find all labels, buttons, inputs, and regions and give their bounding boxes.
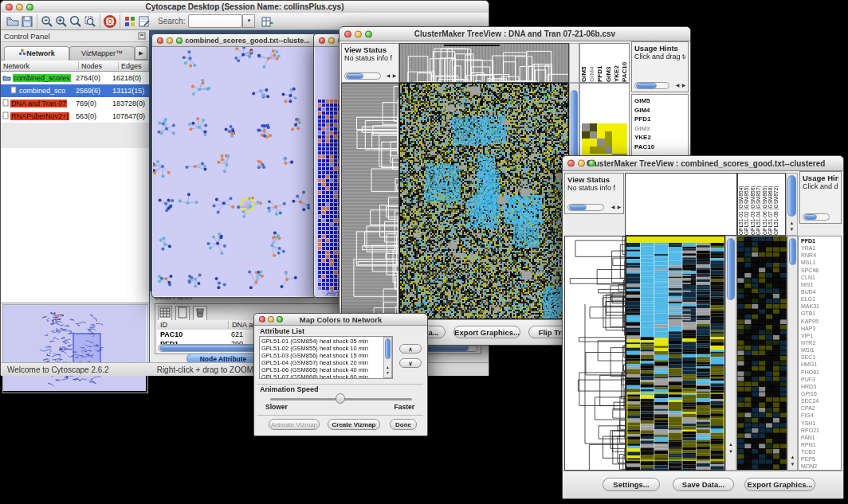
zoom-heatmap-cell[interactable] [590,139,598,147]
minimize-icon[interactable] [167,37,173,44]
zoom-window-icon[interactable] [365,30,372,37]
help-lifering-icon[interactable] [103,14,117,29]
tv2-gene-tree[interactable] [564,236,626,471]
network-list-row[interactable]: combined_scores2764(0)16218(0) [1,72,149,84]
column-header[interactable]: Network [1,62,79,70]
birdseye-view[interactable] [2,304,148,393]
scroll-thumb[interactable] [727,238,735,300]
minimize-icon[interactable] [328,37,335,44]
tv2-zoom-scrollbar[interactable]: ▲ ▼ [787,236,798,471]
zoom-heatmap-cell[interactable] [620,123,628,131]
zoom-out-icon[interactable] [40,14,54,29]
zoom-heatmap-cell[interactable] [597,123,605,131]
zoom-heatmap-cell[interactable] [597,139,605,147]
main-titlebar[interactable]: Cytoscape Desktop (Session Name: collins… [1,1,489,14]
scroll-up-icon[interactable]: ▲ [787,221,797,226]
array-dendrogram-canvas[interactable] [400,44,568,82]
zoom-window-icon[interactable] [588,160,595,167]
zoom-heatmap-cell[interactable] [582,139,590,147]
animate-vizmap-button[interactable]: Animate Vizmap [269,419,320,430]
close-icon[interactable] [259,316,265,322]
search-input[interactable] [188,14,242,28]
zoom-heatmap-cell[interactable] [590,131,598,139]
scroll-left-icon[interactable]: ◀ [386,73,391,79]
tab-vizmapper[interactable]: VizMapper™ [69,46,135,61]
scroll-thumb[interactable] [789,238,796,265]
float-panel-icon[interactable] [138,29,146,43]
close-icon[interactable] [319,37,325,44]
export-graphics-button[interactable]: Export Graphics... [744,478,815,491]
export-graphics-button[interactable]: Export Graphics... [453,326,520,338]
tv1-gene-tree[interactable] [341,83,399,319]
attribute-list-item[interactable]: GPL51-07 (GSM868) heat shock 60 min [261,373,391,379]
scroll-right-icon[interactable]: ▶ [392,73,397,79]
tv1-global-heatmap[interactable] [399,83,569,319]
annotation-icon[interactable] [137,14,151,29]
tv2-zoom-heatmap[interactable] [736,236,787,471]
import-table-icon[interactable] [260,14,274,29]
scroll-down-icon[interactable]: ▼ [787,227,797,232]
tv2-array-area[interactable] [625,173,737,236]
scroll-thumb[interactable] [571,90,578,166]
attribute-list-item[interactable]: GPL51-04 (GSM857) heat shock 20 min [261,359,391,366]
zoom-heatmap-cell[interactable] [605,123,613,131]
scroll-right-icon[interactable]: ▶ [617,205,622,210]
zoom-fit-icon[interactable] [69,14,83,29]
attribute-listbox[interactable]: GPL51-01 (GSM854) heat shock 05 minGPL51… [259,336,393,379]
zoom-in-icon[interactable] [54,14,69,29]
network-list-row[interactable]: DNA and Tran 07769(0)183728(0) [1,97,149,110]
scroll-left-icon[interactable]: ◀ [675,83,680,88]
scroll-down-icon[interactable]: ▼ [788,462,797,467]
tv2-label-scrollbar[interactable]: ▲ ▼ [786,173,798,236]
column-header[interactable]: Nodes [79,62,119,70]
minimize-icon[interactable] [355,30,362,37]
scroll-down-icon[interactable]: ▼ [726,449,736,455]
zoom-heatmap-cell[interactable] [590,147,598,154]
scroll-thumb[interactable] [636,83,657,88]
network-view-1[interactable] [153,47,315,296]
zoom-heatmap-cell[interactable] [612,139,620,147]
minimize-icon[interactable] [578,160,585,167]
scroll-left-icon[interactable]: ◀ [610,205,615,210]
scroll-up-icon[interactable]: ▲ [788,455,797,460]
network-list-row[interactable]: RNAPuberNov2+|563(0)107847(0) [1,110,149,123]
scroll-thumb[interactable] [346,73,363,79]
close-icon[interactable] [157,37,163,44]
zoom-heatmap-cell[interactable] [582,147,590,154]
tab-network[interactable]: Network [4,46,69,61]
scroll-up-icon[interactable]: ▲ [726,442,736,447]
scroll-thumb[interactable] [569,205,587,210]
tv2-hints-scrollbar[interactable] [803,213,830,221]
tv1-array-dendrogram[interactable] [399,43,569,83]
zoom-heatmap-cell[interactable] [597,147,605,154]
zoom-heatmap-cell[interactable] [620,131,628,139]
speed-slider-thumb[interactable] [336,393,345,404]
zoom-heatmap-canvas[interactable] [737,236,787,470]
zoom-heatmap-cell[interactable] [582,131,590,139]
zoom-heatmap-cell[interactable] [612,131,620,139]
move-down-button[interactable]: ∨ [399,358,422,368]
global-heatmap-canvas[interactable] [400,84,568,318]
zoom-heatmap-cell[interactable] [605,131,613,139]
tv2-vscrollbar[interactable]: ▲ ▼ [725,236,736,471]
global-heatmap-canvas[interactable] [626,236,724,470]
zoom-window-icon[interactable] [176,37,183,44]
zoom-heatmap-cell[interactable] [620,139,628,147]
tv1-hints-scrollbar[interactable] [634,82,669,89]
settings-button[interactable]: Settings... [603,478,660,491]
zoom-heatmap-cell[interactable] [612,123,620,131]
network-view-canvas[interactable] [153,47,315,296]
scroll-up-icon[interactable]: ▲ [384,365,391,370]
zoom-heatmap-cell[interactable] [605,147,613,154]
column-header[interactable]: ID [157,321,229,329]
zoom-selected-icon[interactable] [83,14,97,29]
zoom-heatmap-cell[interactable] [597,131,605,139]
scroll-thumb[interactable] [385,338,391,359]
close-icon[interactable] [6,3,13,10]
minimize-icon[interactable] [268,316,274,322]
birdseye-canvas[interactable] [3,305,146,391]
attribute-list-item[interactable]: GPL51-01 (GSM854) heat shock 05 min [261,338,391,345]
save-session-icon[interactable] [20,14,34,29]
attribute-list-item[interactable]: GPL51-03 (GSM856) heat shock 15 min [261,352,391,359]
close-icon[interactable] [567,160,575,167]
